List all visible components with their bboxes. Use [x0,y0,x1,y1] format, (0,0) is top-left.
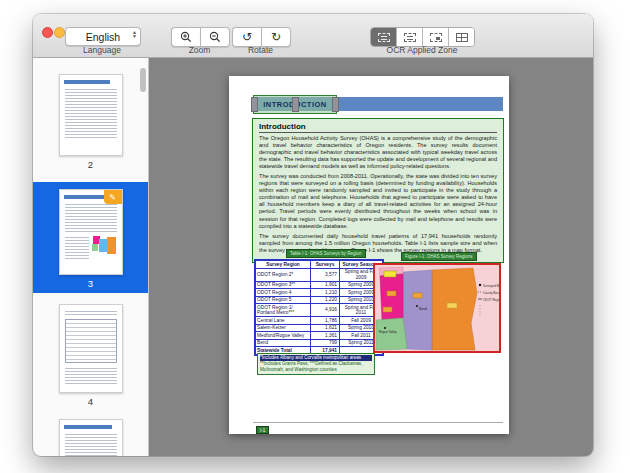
table-row: ODOT Region 51,220Spring 2010 [256,296,383,304]
header-ocr-zone[interactable]: INTRODUCTION [253,95,337,114]
section-heading: Introduction [259,122,497,133]
page-thumbnail-2[interactable] [59,74,123,156]
page-thumbnail-4[interactable] [59,304,123,393]
footer-rule [253,422,503,423]
map-city-label: Rogue Valley [379,330,397,334]
table-row: Medford/Rogue Valley1,361Fall 2011 [256,332,383,340]
screenshot-stage: English ▲▼ Language [0,0,630,473]
segment-crop-zone[interactable] [397,28,423,46]
language-select[interactable]: English ▲▼ [65,27,141,46]
zone-handle-middle[interactable] [292,97,299,112]
map-city-label: Bend [419,307,427,311]
paragraph: The survey was conducted from 2008-2011.… [259,173,497,229]
figure-caption-chip: Figure I-1: OHAS Survey Regions [401,252,477,261]
zoom-in-button[interactable] [171,27,200,47]
zoom-group-label: Zoom [171,45,228,55]
text-ocr-zone[interactable]: Introduction The Oregon Household Activi… [252,118,504,263]
magnifier-minus-icon [209,31,221,43]
rotate-right-icon: ↻ [271,31,281,43]
zone-handle-right[interactable] [332,97,339,112]
segment-image-zone[interactable] [423,28,449,46]
image-ocr-zone[interactable]: Bend Rogue Valley Surveyed MPO County Bo… [373,263,501,353]
svg-text:County Boundary: County Boundary [483,291,499,295]
language-group-label: Language [65,45,139,55]
toolbar: English ▲▼ Language [33,14,593,58]
thumbnail-sidebar[interactable]: 2 [33,58,149,456]
pencil-icon: ✎ [109,193,116,202]
svg-text:ODOT Region: ODOT Region [483,298,499,302]
document-viewport[interactable]: INTRODUCTION Introduction The Oregon Hou… [149,58,593,456]
zone-handle-left[interactable] [251,97,258,112]
table-caption-chip: Table I-1: OHAS Surveys by Region [286,249,366,258]
minimize-window-button[interactable] [54,27,65,38]
footnote-ocr-zone[interactable]: *Includes Albany and Corvallis metropoli… [257,353,375,375]
magnifier-plus-icon [180,31,192,43]
rotate-left-button[interactable]: ↺ [232,27,261,47]
ocr-zone-segmented-control [370,27,475,47]
mini-map [91,235,117,261]
segment-text-zone[interactable] [371,28,397,46]
chevron-stepper-icon: ▲▼ [132,30,137,38]
close-window-button[interactable] [42,27,53,38]
footer-ocr-chip: I-1 [256,426,269,434]
rotate-group-label: Rotate [232,45,289,55]
language-select-value: English [86,31,120,43]
table-row: Salem-Keizer1,621Spring 2010 [256,324,383,332]
image-zone-icon [430,33,442,42]
table-row: ODOT Region 1/ Portland Metro***4,916Spr… [256,304,383,317]
document-page: INTRODUCTION Introduction The Oregon Hou… [229,76,509,434]
page-thumbnail-5[interactable] [59,419,123,456]
table-row: Bend799Spring 2011 [256,339,383,347]
table-row: ODOT Region 2*3,577Spring and Fall 2009 [256,268,383,281]
app-window: English ▲▼ Language [33,14,593,456]
rotate-left-icon: ↺ [242,31,252,43]
ocr-zone-group-label: OCR Applied Zone [370,45,474,55]
survey-table: Survey Region Surveys Survey Seasons ODO… [255,260,383,355]
table-zone-icon [456,33,468,42]
sidebar-scrollbar[interactable] [140,68,146,92]
table-header-row: Survey Region Surveys Survey Seasons [256,261,383,269]
table-row: ODOT Region 41,210Spring 2009 [256,289,383,297]
segment-table-zone[interactable] [449,28,474,46]
content-area: 2 [33,58,593,456]
rotate-right-button[interactable]: ↻ [261,27,291,47]
crop-zone-icon [404,33,416,42]
footnote-line: Multnomah, and Washington counties [260,367,372,373]
table-row: Central Lane1,786Fall 2009 [256,317,383,325]
table-ocr-zone[interactable]: Survey Region Surveys Survey Seasons ODO… [254,259,384,356]
text-zone-icon [378,33,390,42]
oregon-regions-map: Bend Rogue Valley Surveyed MPO County Bo… [375,265,499,351]
page-number-2: 2 [88,159,93,170]
zoom-out-button[interactable] [200,27,230,47]
paragraph: The Oregon Household Activity Survey (OH… [259,135,497,170]
svg-text:Surveyed MPO: Surveyed MPO [483,284,499,288]
edited-badge: ✎ [104,190,122,204]
table-row: ODOT Region 3**1,901Spring 2009 [256,281,383,289]
page-number-4: 4 [88,396,93,407]
page-number-3: 3 [88,278,93,289]
page-thumbnail-3[interactable]: ✎ [59,189,123,275]
